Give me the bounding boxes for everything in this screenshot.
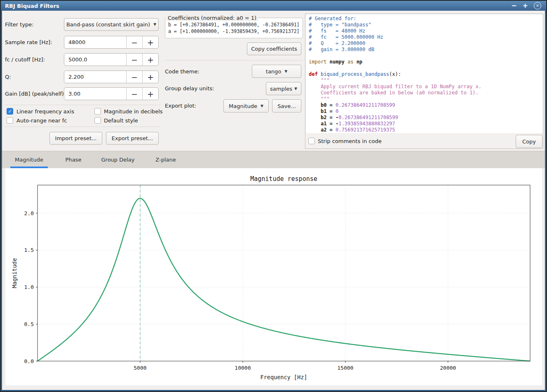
coefficients-group-title: Coefficients (normalized: a0 = 1) bbox=[166, 15, 258, 21]
cutoff-decrement-button[interactable]: − bbox=[126, 54, 142, 66]
export-plot-select[interactable]: Magnitude ▼ bbox=[223, 99, 269, 113]
export-preset-button[interactable]: Export preset... bbox=[106, 132, 159, 145]
coefficients-a-line: a = [+1.000000000, -1.393859439, +0.7569… bbox=[168, 28, 300, 34]
magnitude-response-chart: 50001000015000200000.00.51.01.52.0Magnit… bbox=[5, 168, 542, 385]
filter-type-value: Band-pass (constant skirt gain) bbox=[66, 21, 150, 28]
export-plot-value: Magnitude bbox=[229, 103, 257, 109]
strip-comments-label: Strip comments in code bbox=[318, 138, 382, 145]
svg-text:0.0: 0.0 bbox=[24, 358, 34, 364]
svg-text:Magnitude response: Magnitude response bbox=[250, 175, 317, 183]
sample-rate-spinbox: 48000 − + bbox=[64, 36, 159, 49]
sample-rate-input[interactable]: 48000 bbox=[64, 36, 126, 48]
app-window: RBJ Biquad Filters − + ✕ Filter type: Ba… bbox=[0, 0, 547, 392]
magnitude-plot-canvas: 50001000015000200000.00.51.01.52.0Magnit… bbox=[5, 168, 542, 385]
code-theme-select[interactable]: tango ▼ bbox=[252, 65, 301, 78]
svg-text:0.5: 0.5 bbox=[24, 321, 34, 327]
filter-type-label: Filter type: bbox=[5, 21, 34, 28]
plot-tabbar: Magnitude Phase Group Delay Z-plane bbox=[2, 151, 545, 168]
coefficients-b-line: b = [+0.267386491, +0.000000000, -0.2673… bbox=[168, 22, 300, 28]
q-spinbox: 2.200 − + bbox=[64, 70, 159, 83]
svg-text:1.0: 1.0 bbox=[24, 284, 34, 290]
q-decrement-button[interactable]: − bbox=[126, 71, 142, 83]
svg-text:10000: 10000 bbox=[235, 365, 251, 371]
chevron-down-icon: ▼ bbox=[294, 87, 297, 91]
filter-type-select[interactable]: Band-pass (constant skirt gain) ▼ bbox=[64, 18, 159, 31]
gain-input[interactable]: 3.00 bbox=[64, 88, 126, 100]
magnitude-in-decibels-label: Magnitude in decibels bbox=[104, 108, 163, 115]
window-titlebar[interactable]: RBJ Biquad Filters − + ✕ bbox=[1, 1, 546, 11]
divider bbox=[4, 127, 161, 127]
svg-text:5000: 5000 bbox=[134, 365, 146, 371]
q-input[interactable]: 2.200 bbox=[64, 71, 126, 83]
svg-text:Magnitude: Magnitude bbox=[11, 258, 18, 288]
cutoff-label: fc / cutoff [Hz]: bbox=[5, 56, 45, 63]
check-icon: ✓ bbox=[8, 109, 12, 114]
strip-comments-checkbox[interactable]: ✓ bbox=[308, 138, 315, 144]
svg-text:20000: 20000 bbox=[440, 365, 456, 371]
cutoff-increment-button[interactable]: + bbox=[142, 54, 158, 66]
tab-group-delay[interactable]: Group Delay bbox=[99, 151, 137, 168]
svg-text:15000: 15000 bbox=[337, 365, 353, 371]
linear-frequency-axis-checkbox[interactable]: ✓ bbox=[7, 108, 13, 115]
auto-range-label: Auto-range near fc bbox=[16, 117, 67, 124]
chevron-down-icon: ▼ bbox=[153, 23, 156, 26]
export-plot-label: Export plot: bbox=[165, 103, 196, 109]
q-label: Q: bbox=[5, 74, 11, 80]
plot-tab-content: 50001000015000200000.00.51.01.52.0Magnit… bbox=[2, 168, 545, 390]
divider bbox=[4, 105, 161, 105]
cutoff-input[interactable]: 5000.0 bbox=[64, 54, 126, 66]
divider bbox=[165, 60, 303, 61]
code-panel: # Generated for:# type = "bandpass"# fs … bbox=[305, 14, 543, 149]
default-style-label: Default style bbox=[104, 117, 138, 124]
svg-text:2.0: 2.0 bbox=[24, 210, 34, 216]
cutoff-spinbox: 5000.0 − + bbox=[64, 53, 159, 66]
group-delay-units-select[interactable]: samples ▼ bbox=[266, 82, 301, 95]
sample-rate-decrement-button[interactable]: − bbox=[126, 36, 142, 48]
magnitude-in-decibels-checkbox[interactable]: ✓ bbox=[94, 108, 101, 115]
gain-spinbox: 3.00 − + bbox=[64, 87, 159, 100]
copy-code-button[interactable]: Copy bbox=[516, 135, 542, 148]
gain-decrement-button[interactable]: − bbox=[126, 88, 142, 100]
copy-coefficients-button[interactable]: Copy coefficients bbox=[247, 42, 301, 55]
tab-phase[interactable]: Phase bbox=[62, 151, 85, 168]
tab-z-plane[interactable]: Z-plane bbox=[151, 151, 181, 168]
chevron-down-icon: ▼ bbox=[261, 104, 263, 108]
q-increment-button[interactable]: + bbox=[142, 71, 158, 83]
sample-rate-label: Sample rate [Hz]: bbox=[5, 39, 52, 46]
tab-magnitude[interactable]: Magnitude bbox=[10, 151, 48, 168]
gain-increment-button[interactable]: + bbox=[142, 88, 158, 100]
sample-rate-increment-button[interactable]: + bbox=[142, 36, 158, 48]
linear-frequency-axis-label: Linear frequency axis bbox=[16, 108, 74, 115]
code-theme-value: tango bbox=[266, 68, 282, 75]
gain-label: Gain [dB] (peak/shelf): bbox=[5, 91, 66, 97]
save-plot-button[interactable]: Save... bbox=[272, 99, 301, 113]
minimize-icon[interactable]: − bbox=[511, 2, 516, 9]
code-view[interactable]: # Generated for:# type = "bandpass"# fs … bbox=[309, 16, 541, 132]
window-title: RBJ Biquad Filters bbox=[1, 3, 511, 9]
maximize-icon[interactable]: + bbox=[523, 2, 528, 9]
svg-text:Frequency [Hz]: Frequency [Hz] bbox=[261, 374, 308, 380]
close-icon[interactable]: ✕ bbox=[534, 2, 541, 9]
svg-text:1.5: 1.5 bbox=[24, 247, 34, 253]
auto-range-checkbox[interactable]: ✓ bbox=[7, 117, 13, 124]
import-preset-button[interactable]: Import preset... bbox=[49, 132, 102, 145]
group-delay-units-label: Group delay units: bbox=[165, 85, 214, 92]
default-style-checkbox[interactable]: ✓ bbox=[94, 117, 101, 124]
group-delay-units-value: samples bbox=[270, 86, 292, 92]
code-theme-label: Code theme: bbox=[165, 68, 200, 75]
chevron-down-icon: ▼ bbox=[284, 70, 287, 73]
